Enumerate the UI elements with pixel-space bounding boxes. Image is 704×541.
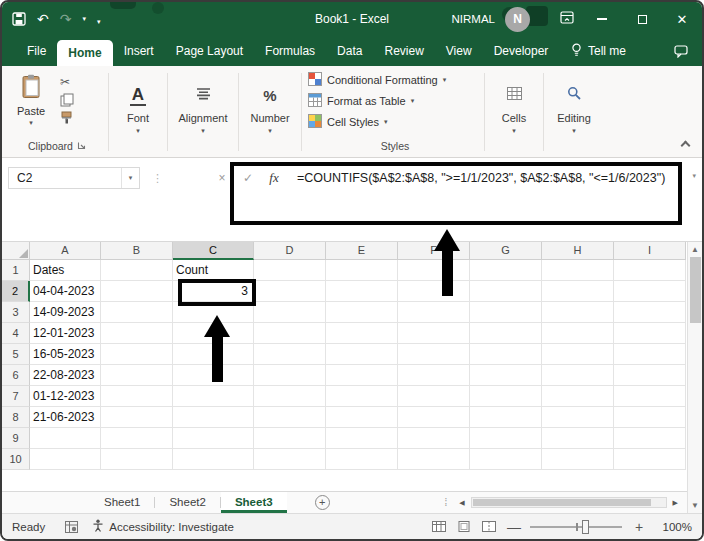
h-scroll-left-arrow-icon[interactable]: ◀ — [453, 499, 470, 507]
row-header-7[interactable]: 7 — [2, 386, 30, 407]
tab-developer[interactable]: Developer — [483, 36, 560, 66]
cell-H8[interactable] — [542, 407, 614, 428]
cell-C7[interactable] — [173, 386, 254, 407]
close-button[interactable]: ✕ — [662, 2, 702, 36]
zoom-out-button[interactable]: — — [507, 519, 519, 535]
cell-B7[interactable] — [101, 386, 173, 407]
cell-G2[interactable] — [470, 281, 542, 302]
cell-D6[interactable] — [254, 365, 326, 386]
cell-F6[interactable] — [398, 365, 470, 386]
cell-F1[interactable] — [398, 260, 470, 281]
cell-I8[interactable] — [614, 407, 686, 428]
cell-I9[interactable] — [614, 428, 686, 449]
formula-input[interactable]: =COUNTIFS($A$2:$A$8, ">=1/1/2023", $A$2:… — [297, 167, 675, 189]
qat-dropdown-icon[interactable]: ▾ — [82, 12, 86, 26]
number-group-button[interactable]: % Number ▾ — [241, 69, 299, 157]
account-user-name[interactable]: NIRMAL — [452, 13, 495, 25]
column-header-a[interactable]: A — [30, 242, 101, 260]
row-header-2[interactable]: 2 — [2, 281, 30, 302]
row-header-6[interactable]: 6 — [2, 365, 30, 386]
collapse-ribbon-button[interactable] — [678, 139, 692, 151]
customize-quick-access-icon[interactable]: ▾ — [97, 10, 108, 28]
cell-F4[interactable] — [398, 323, 470, 344]
tell-me-button[interactable]: Tell me — [563, 36, 634, 66]
minimize-button[interactable] — [582, 2, 622, 36]
cell-H2[interactable] — [542, 281, 614, 302]
cell-E4[interactable] — [326, 323, 398, 344]
cell-E1[interactable] — [326, 260, 398, 281]
cell-D4[interactable] — [254, 323, 326, 344]
cell-I5[interactable] — [614, 344, 686, 365]
cell-H6[interactable] — [542, 365, 614, 386]
cell-D8[interactable] — [254, 407, 326, 428]
cell-D7[interactable] — [254, 386, 326, 407]
sheet-tab-sheet1[interactable]: Sheet1 — [90, 492, 154, 513]
zoom-in-button[interactable]: + — [633, 519, 645, 535]
cell-D10[interactable] — [254, 449, 326, 470]
tab-view[interactable]: View — [435, 36, 483, 66]
cut-icon[interactable]: ✂ — [60, 76, 74, 89]
alignment-group-button[interactable]: Alignment ▾ — [170, 69, 236, 157]
cell-A1[interactable]: Dates — [30, 260, 101, 281]
cell-G9[interactable] — [470, 428, 542, 449]
cell-H10[interactable] — [542, 449, 614, 470]
maximize-button[interactable] — [622, 2, 662, 36]
accessibility-status[interactable]: Accessibility: Investigate — [92, 519, 234, 534]
zoom-level[interactable]: 100% — [656, 521, 692, 533]
cell-G6[interactable] — [470, 365, 542, 386]
cell-A10[interactable] — [30, 449, 101, 470]
page-break-preview-icon[interactable] — [482, 521, 496, 532]
cell-B8[interactable] — [101, 407, 173, 428]
column-header-g[interactable]: G — [470, 242, 542, 260]
cell-G1[interactable] — [470, 260, 542, 281]
cell-D1[interactable] — [254, 260, 326, 281]
cell-H4[interactable] — [542, 323, 614, 344]
macro-record-icon[interactable] — [65, 521, 78, 533]
cell-F5[interactable] — [398, 344, 470, 365]
cell-C6[interactable] — [173, 365, 254, 386]
cell-C2[interactable]: 3 — [173, 281, 254, 302]
cancel-button[interactable]: × — [209, 167, 235, 189]
cell-G3[interactable] — [470, 302, 542, 323]
scroll-up-arrow-icon[interactable]: ▲ — [691, 242, 699, 257]
select-all-corner[interactable] — [2, 242, 30, 260]
cell-E2[interactable] — [326, 281, 398, 302]
cell-B3[interactable] — [101, 302, 173, 323]
cell-B1[interactable] — [101, 260, 173, 281]
cell-H9[interactable] — [542, 428, 614, 449]
paste-button[interactable]: Paste ▾ — [8, 71, 54, 127]
horizontal-scrollbar[interactable] — [471, 497, 667, 508]
cell-styles-button[interactable]: Cell Styles ▾ — [308, 111, 482, 132]
cell-G7[interactable] — [470, 386, 542, 407]
horizontal-scrollbar-thumb[interactable] — [473, 499, 651, 506]
editing-group-button[interactable]: Editing ▾ — [546, 69, 602, 157]
cell-I2[interactable] — [614, 281, 686, 302]
tab-review[interactable]: Review — [373, 36, 434, 66]
cell-E6[interactable] — [326, 365, 398, 386]
cell-G10[interactable] — [470, 449, 542, 470]
tab-page-layout[interactable]: Page Layout — [165, 36, 254, 66]
sheet-tab-sheet3-active[interactable]: Sheet3 — [221, 492, 287, 513]
cell-E8[interactable] — [326, 407, 398, 428]
format-as-table-button[interactable]: Format as Table ▾ — [308, 90, 482, 111]
cell-B5[interactable] — [101, 344, 173, 365]
cell-A7[interactable]: 01-12-2023 — [30, 386, 101, 407]
row-header-10[interactable]: 10 — [2, 449, 30, 470]
column-header-c[interactable]: C — [173, 242, 254, 260]
add-sheet-button[interactable]: + — [315, 495, 330, 510]
cell-F10[interactable] — [398, 449, 470, 470]
cell-A6[interactable]: 22-08-2023 — [30, 365, 101, 386]
cell-A2[interactable]: 04-04-2023 — [30, 281, 101, 302]
cell-A4[interactable]: 12-01-2023 — [30, 323, 101, 344]
cell-I6[interactable] — [614, 365, 686, 386]
tab-home[interactable]: Home — [57, 40, 112, 66]
cells-group-button[interactable]: Cells ▾ — [487, 69, 541, 157]
cell-F7[interactable] — [398, 386, 470, 407]
ribbon-display-options-icon[interactable] — [552, 10, 582, 28]
tab-data[interactable]: Data — [326, 36, 373, 66]
formula-bar-expand-icon[interactable]: ▾ — [692, 172, 696, 180]
cell-I7[interactable] — [614, 386, 686, 407]
comments-icon[interactable] — [634, 36, 702, 66]
cell-A9[interactable] — [30, 428, 101, 449]
font-group-button[interactable]: A Font ▾ — [111, 69, 165, 157]
